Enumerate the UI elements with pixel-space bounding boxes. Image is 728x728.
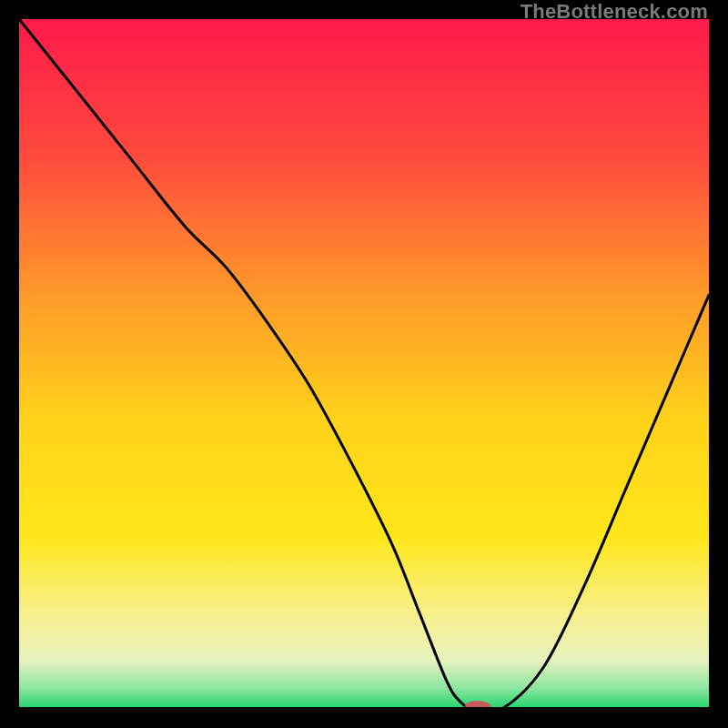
chart-background [19,19,709,709]
chart-frame [19,19,709,709]
bottleneck-chart [19,19,709,709]
